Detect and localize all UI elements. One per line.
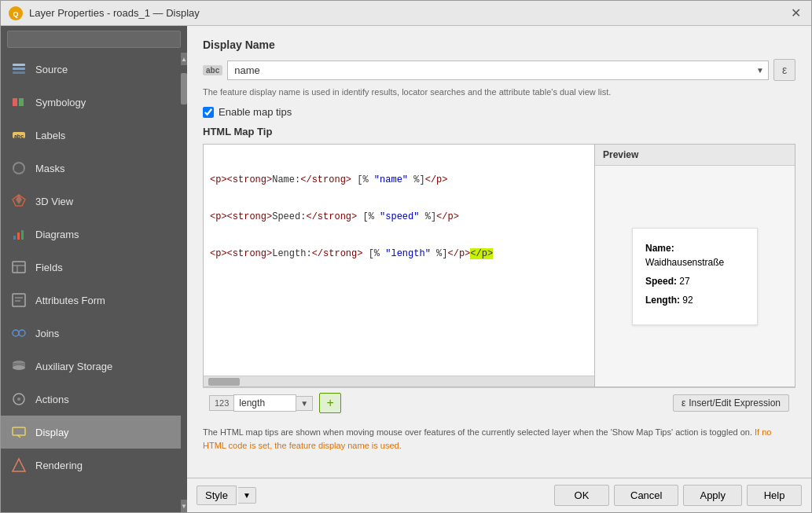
main-panel: Display Name abc ▼ ε The feature display…	[187, 26, 811, 512]
horizontal-scrollbar[interactable]	[204, 376, 594, 387]
sidebar-label-source: Source	[35, 64, 68, 75]
sidebar-item-actions[interactable]: Actions	[1, 383, 181, 416]
sidebar-label-rendering: Rendering	[35, 460, 83, 471]
sidebar-scrollbar[interactable]: ▲ ▼	[181, 53, 187, 512]
footer-left: Style ▼	[197, 486, 256, 505]
display-name-input-wrap: ▼	[227, 60, 769, 80]
sidebar-item-source[interactable]: Source	[1, 53, 181, 86]
main-window: Q Layer Properties - roads_1 — Display ✕…	[0, 0, 812, 513]
cancel-button[interactable]: Cancel	[614, 485, 678, 506]
preview-length-label: Length:	[645, 295, 680, 306]
actions-icon	[10, 390, 28, 408]
apply-button[interactable]: Apply	[683, 485, 742, 506]
sidebar-search-input[interactable]	[7, 31, 181, 48]
add-field-button[interactable]: +	[319, 393, 341, 413]
symbology-icon	[10, 93, 28, 111]
svg-text:Q: Q	[13, 10, 18, 18]
source-icon	[10, 60, 28, 78]
sidebar-item-rendering[interactable]: Rendering	[1, 449, 181, 482]
sidebar-item-attributes-form[interactable]: Attributes Form	[1, 284, 181, 317]
code-editor[interactable]: <p><strong>Name:</strong> [% "name" %]</…	[204, 145, 594, 376]
preview-content: Name: Waidhausenstraße Speed: 27 Length:…	[595, 166, 795, 387]
footer: Style ▼ OK Cancel Apply Help	[187, 478, 811, 512]
code-line-2: <p><strong>Speed:</strong> [% "speed" %]…	[210, 210, 588, 225]
sidebar-item-auxiliary-storage[interactable]: Auxiliary Storage	[1, 350, 181, 383]
section-title: Display Name	[203, 38, 795, 51]
sidebar: Source Symbology abc Labels	[1, 26, 187, 512]
attributes-form-icon	[10, 291, 28, 309]
diagrams-icon	[10, 225, 28, 243]
labels-icon: abc	[10, 126, 28, 144]
epsilon-icon: ε	[682, 398, 685, 409]
insert-edit-expression-button[interactable]: ε Insert/Edit Expression	[673, 394, 789, 412]
svg-rect-13	[13, 236, 16, 240]
preview-name: Name: Waidhausenstraße	[645, 241, 744, 269]
enable-map-tips-checkbox[interactable]	[203, 107, 214, 118]
preview-name-value: Waidhausenstraße	[645, 257, 724, 268]
fields-icon	[10, 258, 28, 276]
svg-point-22	[13, 330, 19, 336]
3dview-icon	[10, 192, 28, 210]
svg-marker-31	[13, 459, 25, 471]
abc-badge: abc	[203, 65, 222, 75]
svg-rect-5	[13, 98, 17, 106]
sidebar-label-diagrams: Diagrams	[35, 229, 79, 240]
sidebar-item-labels[interactable]: abc Labels	[1, 119, 181, 152]
sidebar-item-3dview[interactable]: 3D View	[1, 185, 181, 218]
sidebar-item-symbology[interactable]: Symbology	[1, 86, 181, 119]
sidebar-item-joins[interactable]: Joins	[1, 317, 181, 350]
auxiliary-storage-icon	[10, 357, 28, 375]
bottom-hint: The HTML map tips are shown when moving …	[203, 426, 795, 452]
svg-rect-6	[19, 98, 24, 106]
insert-expr-label: Insert/Edit Expression	[689, 398, 781, 409]
enable-map-tips-label[interactable]: Enable map tips	[219, 106, 292, 118]
field-select-wrap: 123 length ▼	[209, 394, 313, 412]
display-icon	[10, 423, 28, 441]
editor-preview-row: <p><strong>Name:</strong> [% "name" %]</…	[203, 144, 795, 387]
sidebar-item-fields[interactable]: Fields	[1, 251, 181, 284]
display-name-hint: The feature display name is used in iden…	[203, 87, 795, 97]
sidebar-label-3dview: 3D View	[35, 196, 73, 207]
code-line-3: <p><strong>Length:</strong> [% "length" …	[210, 247, 588, 262]
style-dropdown-arrow[interactable]: ▼	[238, 487, 256, 504]
sidebar-label-symbology: Symbology	[35, 97, 86, 108]
preview-speed-value: 27	[679, 276, 689, 287]
svg-rect-3	[13, 68, 25, 70]
scroll-thumb	[181, 73, 187, 104]
close-button[interactable]: ✕	[788, 5, 803, 21]
style-button[interactable]: Style	[197, 486, 237, 505]
sidebar-label-attributes-form: Attributes Form	[35, 295, 105, 306]
field-select[interactable]: length	[233, 394, 296, 412]
preview-length: Length: 92	[645, 293, 744, 307]
preview-card: Name: Waidhausenstraße Speed: 27 Length:…	[632, 228, 758, 325]
scroll-down-btn[interactable]: ▼	[181, 500, 187, 512]
preview-title: Preview	[595, 145, 795, 166]
rendering-icon	[10, 456, 28, 474]
bottom-hint-text: The HTML map tips are shown when moving …	[203, 427, 752, 437]
preview-speed: Speed: 27	[645, 274, 744, 288]
masks-icon: abc	[10, 159, 28, 177]
sidebar-label-fields: Fields	[35, 262, 63, 273]
code-editor-area: <p><strong>Name:</strong> [% "name" %]</…	[203, 144, 595, 387]
sidebar-item-masks[interactable]: abc Masks	[1, 152, 181, 185]
joins-icon	[10, 324, 28, 342]
sidebar-nav: Source Symbology abc Labels	[1, 53, 181, 512]
sidebar-item-diagrams[interactable]: Diagrams	[1, 218, 181, 251]
svg-rect-15	[21, 230, 24, 240]
svg-rect-29	[13, 427, 25, 435]
display-name-input[interactable]	[227, 60, 769, 80]
expression-button[interactable]: ε	[773, 59, 795, 81]
help-button[interactable]: Help	[747, 485, 802, 506]
svg-rect-16	[13, 262, 25, 273]
svg-point-26	[13, 365, 25, 370]
svg-text:abc: abc	[14, 134, 24, 139]
field-select-arrow-icon[interactable]: ▼	[296, 396, 313, 411]
display-name-row: abc ▼ ε	[203, 59, 795, 81]
ok-button[interactable]: OK	[554, 485, 609, 506]
sidebar-label-actions: Actions	[35, 394, 69, 405]
sidebar-item-display[interactable]: Display	[1, 416, 181, 449]
scroll-up-btn[interactable]: ▲	[181, 53, 187, 65]
sidebar-label-joins: Joins	[35, 328, 59, 339]
svg-rect-19	[13, 294, 25, 306]
main-content: Display Name abc ▼ ε The feature display…	[187, 26, 811, 478]
